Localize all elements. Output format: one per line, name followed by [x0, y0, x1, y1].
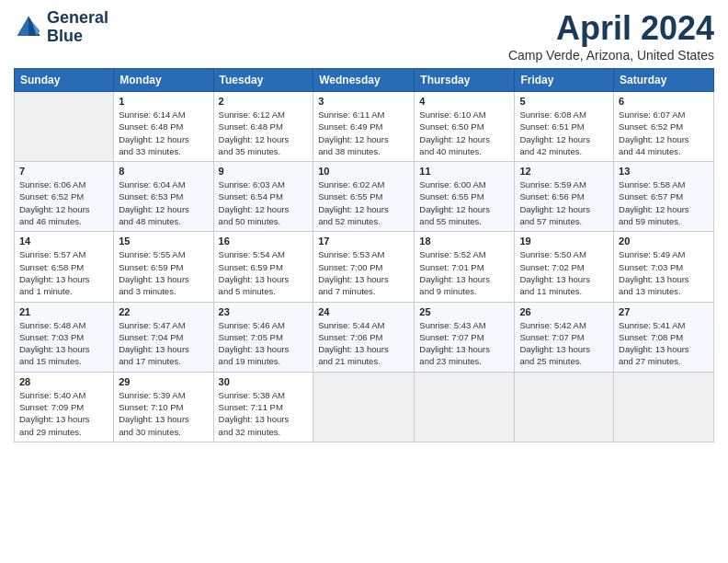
day-info: Sunrise: 6:02 AM Sunset: 6:55 PM Dayligh… [318, 178, 409, 227]
calendar-cell: 21Sunrise: 5:48 AM Sunset: 7:03 PM Dayli… [15, 302, 114, 372]
calendar-header-row: SundayMondayTuesdayWednesdayThursdayFrid… [15, 69, 714, 92]
header-day-monday: Monday [114, 69, 213, 92]
day-info: Sunrise: 6:10 AM Sunset: 6:50 PM Dayligh… [419, 109, 509, 157]
calendar-week-5: 28Sunrise: 5:40 AM Sunset: 7:09 PM Dayli… [15, 372, 714, 442]
calendar-cell: 6Sunrise: 6:07 AM Sunset: 6:52 PM Daylig… [614, 92, 714, 162]
day-info: Sunrise: 5:49 AM Sunset: 7:03 PM Dayligh… [619, 248, 709, 297]
calendar-cell [515, 372, 614, 442]
calendar-cell: 17Sunrise: 5:53 AM Sunset: 7:00 PM Dayli… [313, 232, 415, 302]
header-day-thursday: Thursday [415, 69, 515, 92]
day-number: 26 [519, 306, 609, 317]
day-info: Sunrise: 5:50 AM Sunset: 7:02 PM Dayligh… [519, 248, 609, 297]
calendar-cell: 18Sunrise: 5:52 AM Sunset: 7:01 PM Dayli… [415, 232, 515, 302]
day-number: 6 [619, 96, 709, 107]
day-info: Sunrise: 6:00 AM Sunset: 6:55 PM Dayligh… [419, 178, 509, 227]
day-number: 2 [219, 96, 309, 107]
day-number: 14 [19, 236, 108, 247]
calendar-cell: 2Sunrise: 6:12 AM Sunset: 6:48 PM Daylig… [213, 92, 313, 162]
day-info: Sunrise: 6:14 AM Sunset: 6:48 PM Dayligh… [119, 109, 208, 157]
calendar-cell [313, 372, 415, 442]
day-info: Sunrise: 5:58 AM Sunset: 6:57 PM Dayligh… [619, 178, 709, 227]
calendar-week-4: 21Sunrise: 5:48 AM Sunset: 7:03 PM Dayli… [15, 302, 714, 372]
logo: General Blue [14, 9, 108, 46]
calendar-cell: 8Sunrise: 6:04 AM Sunset: 6:53 PM Daylig… [114, 162, 213, 232]
header-day-sunday: Sunday [15, 69, 114, 92]
day-number: 12 [519, 166, 609, 177]
day-number: 10 [318, 166, 409, 177]
day-number: 29 [119, 376, 208, 387]
day-info: Sunrise: 6:08 AM Sunset: 6:51 PM Dayligh… [519, 109, 609, 157]
calendar-week-3: 14Sunrise: 5:57 AM Sunset: 6:58 PM Dayli… [15, 232, 714, 302]
day-number: 20 [619, 236, 709, 247]
calendar-cell: 28Sunrise: 5:40 AM Sunset: 7:09 PM Dayli… [15, 372, 114, 442]
day-info: Sunrise: 5:43 AM Sunset: 7:07 PM Dayligh… [419, 319, 509, 368]
calendar-cell: 30Sunrise: 5:38 AM Sunset: 7:11 PM Dayli… [213, 372, 313, 442]
day-info: Sunrise: 5:40 AM Sunset: 7:09 PM Dayligh… [19, 389, 108, 438]
calendar-cell: 4Sunrise: 6:10 AM Sunset: 6:50 PM Daylig… [415, 92, 515, 162]
day-number: 13 [619, 166, 709, 177]
day-number: 16 [219, 236, 309, 247]
calendar-cell: 7Sunrise: 6:06 AM Sunset: 6:52 PM Daylig… [15, 162, 114, 232]
calendar-cell [415, 372, 515, 442]
calendar-cell [614, 372, 714, 442]
calendar-cell: 9Sunrise: 6:03 AM Sunset: 6:54 PM Daylig… [213, 162, 313, 232]
day-number: 15 [119, 236, 208, 247]
day-number: 8 [119, 166, 208, 177]
day-number: 24 [318, 306, 409, 317]
day-info: Sunrise: 5:47 AM Sunset: 7:04 PM Dayligh… [119, 319, 208, 368]
calendar-cell: 14Sunrise: 5:57 AM Sunset: 6:58 PM Dayli… [15, 232, 114, 302]
calendar-cell: 10Sunrise: 6:02 AM Sunset: 6:55 PM Dayli… [313, 162, 415, 232]
day-number: 7 [19, 166, 108, 177]
day-number: 30 [219, 376, 309, 387]
calendar-cell: 23Sunrise: 5:46 AM Sunset: 7:05 PM Dayli… [213, 302, 313, 372]
day-info: Sunrise: 5:42 AM Sunset: 7:07 PM Dayligh… [519, 319, 609, 368]
location-title: Camp Verde, Arizona, United States [508, 48, 714, 63]
day-info: Sunrise: 5:39 AM Sunset: 7:10 PM Dayligh… [119, 389, 208, 438]
day-info: Sunrise: 5:44 AM Sunset: 7:06 PM Dayligh… [318, 319, 409, 368]
calendar-cell: 24Sunrise: 5:44 AM Sunset: 7:06 PM Dayli… [313, 302, 415, 372]
day-number: 21 [19, 306, 108, 317]
day-info: Sunrise: 5:55 AM Sunset: 6:59 PM Dayligh… [119, 248, 208, 297]
day-info: Sunrise: 6:03 AM Sunset: 6:54 PM Dayligh… [219, 178, 309, 227]
title-area: April 2024 Camp Verde, Arizona, United S… [508, 9, 714, 63]
header-day-friday: Friday [515, 69, 614, 92]
day-number: 28 [19, 376, 108, 387]
day-info: Sunrise: 6:07 AM Sunset: 6:52 PM Dayligh… [619, 109, 709, 157]
day-info: Sunrise: 5:54 AM Sunset: 6:59 PM Dayligh… [219, 248, 309, 297]
month-title: April 2024 [508, 9, 714, 48]
day-number: 19 [519, 236, 609, 247]
calendar-cell: 12Sunrise: 5:59 AM Sunset: 6:56 PM Dayli… [515, 162, 614, 232]
day-info: Sunrise: 5:46 AM Sunset: 7:05 PM Dayligh… [219, 319, 309, 368]
day-info: Sunrise: 6:11 AM Sunset: 6:49 PM Dayligh… [318, 109, 409, 157]
calendar-cell: 5Sunrise: 6:08 AM Sunset: 6:51 PM Daylig… [515, 92, 614, 162]
day-number: 27 [619, 306, 709, 317]
day-info: Sunrise: 5:41 AM Sunset: 7:08 PM Dayligh… [619, 319, 709, 368]
day-number: 11 [419, 166, 509, 177]
day-number: 18 [419, 236, 509, 247]
day-info: Sunrise: 5:57 AM Sunset: 6:58 PM Dayligh… [19, 248, 108, 297]
calendar-cell: 13Sunrise: 5:58 AM Sunset: 6:57 PM Dayli… [614, 162, 714, 232]
day-number: 22 [119, 306, 208, 317]
day-info: Sunrise: 5:53 AM Sunset: 7:00 PM Dayligh… [318, 248, 409, 297]
calendar-table: SundayMondayTuesdayWednesdayThursdayFrid… [14, 68, 714, 442]
day-number: 9 [219, 166, 309, 177]
logo-text: General Blue [47, 9, 108, 46]
day-info: Sunrise: 6:06 AM Sunset: 6:52 PM Dayligh… [19, 178, 108, 227]
day-number: 5 [519, 96, 609, 107]
calendar-cell: 22Sunrise: 5:47 AM Sunset: 7:04 PM Dayli… [114, 302, 213, 372]
calendar-cell: 19Sunrise: 5:50 AM Sunset: 7:02 PM Dayli… [515, 232, 614, 302]
calendar-cell: 11Sunrise: 6:00 AM Sunset: 6:55 PM Dayli… [415, 162, 515, 232]
day-number: 1 [119, 96, 208, 107]
calendar-cell: 25Sunrise: 5:43 AM Sunset: 7:07 PM Dayli… [415, 302, 515, 372]
calendar-cell: 1Sunrise: 6:14 AM Sunset: 6:48 PM Daylig… [114, 92, 213, 162]
day-info: Sunrise: 6:12 AM Sunset: 6:48 PM Dayligh… [219, 109, 309, 157]
calendar-cell: 15Sunrise: 5:55 AM Sunset: 6:59 PM Dayli… [114, 232, 213, 302]
page-header: General Blue April 2024 Camp Verde, Ariz… [14, 9, 714, 63]
calendar-cell: 26Sunrise: 5:42 AM Sunset: 7:07 PM Dayli… [515, 302, 614, 372]
day-info: Sunrise: 5:52 AM Sunset: 7:01 PM Dayligh… [419, 248, 509, 297]
day-number: 3 [318, 96, 409, 107]
calendar-cell [15, 92, 114, 162]
calendar-cell: 20Sunrise: 5:49 AM Sunset: 7:03 PM Dayli… [614, 232, 714, 302]
header-day-saturday: Saturday [614, 69, 714, 92]
header-day-tuesday: Tuesday [213, 69, 313, 92]
